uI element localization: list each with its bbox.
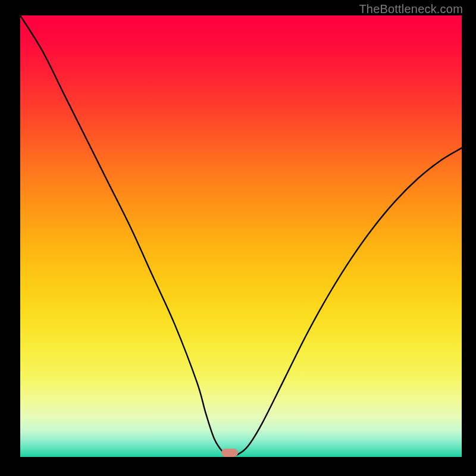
chart-frame: TheBottleneck.com xyxy=(0,0,476,476)
optimal-point-marker xyxy=(221,449,238,457)
plot-area xyxy=(20,15,462,457)
bottleneck-curve xyxy=(20,15,462,457)
attribution-label: TheBottleneck.com xyxy=(359,2,463,16)
